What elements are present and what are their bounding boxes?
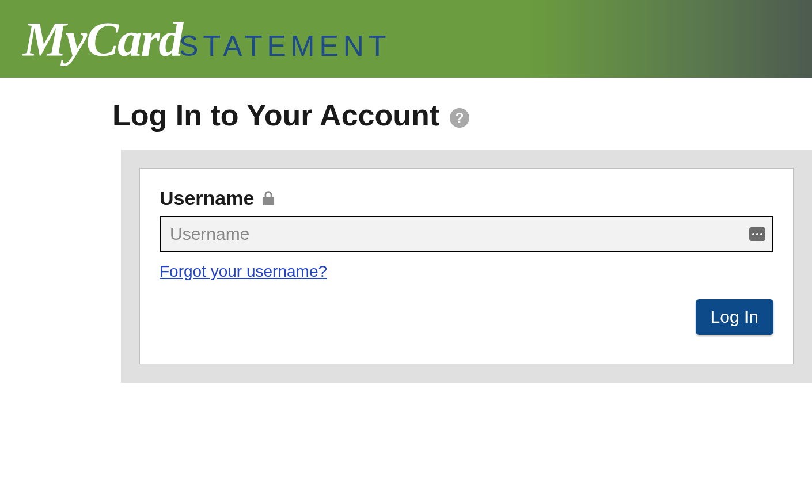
help-glyph: ? [456,110,464,126]
forgot-username-link[interactable]: Forgot your username? [160,262,327,281]
login-panel-outer: Username Forgot your username? Log In [121,150,812,383]
page-title: Log In to Your Account [112,98,439,132]
username-input[interactable] [160,216,773,252]
help-icon[interactable]: ? [450,108,469,128]
password-manager-icon[interactable] [749,227,765,241]
brand-logo-script: MyCard [23,11,182,67]
lock-icon [262,191,275,206]
content-area: Log In to Your Account ? Username Forgot… [0,78,812,383]
header: MyCard STATEMENT [0,0,812,78]
username-label: Username [160,187,254,209]
login-button[interactable]: Log In [696,299,773,335]
brand-logo-block: STATEMENT [179,29,390,63]
login-panel-inner: Username Forgot your username? Log In [139,168,794,364]
username-input-wrap [160,216,773,252]
username-label-row: Username [160,187,773,209]
button-row: Log In [160,299,773,335]
brand-logo: MyCard STATEMENT [23,11,390,67]
page-title-row: Log In to Your Account ? [112,98,812,132]
